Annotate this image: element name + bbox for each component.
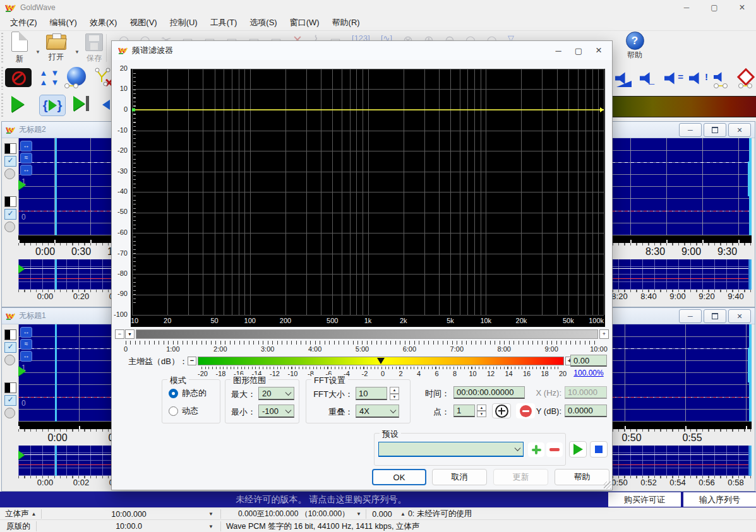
dialog-help-button[interactable]: 帮助 <box>555 469 609 485</box>
channel1-checkbox[interactable]: ✓ <box>4 156 16 167</box>
filter-graph[interactable]: 1020501002005001k2k5k10k20k50k100k <box>131 69 605 327</box>
menu-item[interactable]: 效果(X) <box>83 15 123 30</box>
new-dropdown-icon[interactable]: ▼ <box>35 49 40 55</box>
prohibit-button[interactable] <box>5 68 32 87</box>
channel0-checkbox[interactable]: ✓ <box>4 395 16 406</box>
status-position[interactable]: 0.000 <box>366 508 398 520</box>
preview-play-button[interactable] <box>569 441 587 458</box>
preset-combobox[interactable] <box>378 442 524 457</box>
speaker-corner-button[interactable]: ∟ <box>640 71 657 87</box>
menu-item[interactable]: 编辑(Y) <box>44 15 83 30</box>
range-min-combobox[interactable]: -100 <box>258 405 294 418</box>
menu-item[interactable]: 工具(T) <box>204 15 244 30</box>
preset-add-button[interactable] <box>528 442 544 457</box>
hstretch-handle-icon[interactable]: ↔ <box>20 141 32 151</box>
app-maximize-button[interactable]: ▢ <box>700 0 728 15</box>
dropdown-icon[interactable]: ▼ <box>208 511 213 517</box>
status-original[interactable]: 原版的 <box>0 520 37 532</box>
help-button[interactable]: ? 帮助 <box>620 32 649 64</box>
menu-item[interactable]: 文件(Z) <box>4 15 44 30</box>
channel0-radio[interactable] <box>4 222 15 232</box>
selection-start-marker[interactable] <box>55 324 57 422</box>
selection-handles[interactable]: ↔ ≈ ↔ <box>20 327 32 362</box>
gain-slider[interactable] <box>198 357 564 365</box>
dialog-close-button[interactable]: × <box>589 44 608 57</box>
y-db-field[interactable]: 0.0000 <box>565 405 607 417</box>
scrollbar-thumb[interactable] <box>136 329 598 339</box>
channel1-radio[interactable] <box>4 168 15 179</box>
time-field[interactable]: 00:00:00.00000 <box>453 386 525 399</box>
dialog-maximize-button[interactable]: ▢ <box>569 44 588 57</box>
new-button[interactable]: 新 <box>5 32 34 66</box>
channel0-checkbox[interactable]: ✓ <box>4 209 16 220</box>
buy-license-button[interactable]: 购买许可证 <box>608 492 681 507</box>
dropdown-icon[interactable]: ▼ <box>208 524 213 529</box>
channel1-checkbox[interactable]: ✓ <box>4 342 16 353</box>
ok-button[interactable]: OK <box>372 469 426 485</box>
cancel-button[interactable]: 取消 <box>432 469 487 485</box>
selection-start-marker[interactable] <box>55 138 57 235</box>
adjust-updown-button[interactable]: ▲▼▲▼ <box>37 68 62 87</box>
zoom-out-button[interactable]: − <box>115 329 124 339</box>
play-to-end-button[interactable] <box>73 96 89 111</box>
save-button[interactable]: 保存 <box>80 32 109 66</box>
resize-grip[interactable] <box>604 482 611 489</box>
mode-dynamic-radio[interactable]: 动态 <box>169 405 198 417</box>
point-spinner[interactable]: ▲▼ <box>477 405 486 417</box>
menu-item[interactable]: 控制(U) <box>164 15 204 30</box>
menu-item[interactable]: 帮助(R) <box>326 15 366 30</box>
gain-percent-link[interactable]: 100.00% <box>570 369 607 377</box>
gain-slider-thumb-icon[interactable] <box>377 358 385 364</box>
wave-handle-icon[interactable]: ≈ <box>20 153 32 163</box>
open-dropdown-icon[interactable]: ▼ <box>75 49 80 55</box>
app-minimize-button[interactable]: ─ <box>673 0 700 15</box>
contrast-icon[interactable] <box>4 196 16 207</box>
window-minimize-button[interactable]: ─ <box>679 309 702 323</box>
play-button[interactable] <box>11 96 24 112</box>
fft-size-field[interactable]: 10 <box>356 387 387 400</box>
filter-plot-area[interactable] <box>132 69 604 315</box>
menu-item[interactable]: 视图(V) <box>123 15 163 30</box>
menu-item[interactable]: 窗口(W) <box>284 15 326 30</box>
fft-size-spinner[interactable]: ▲▼ <box>390 387 399 400</box>
pan-shape-button[interactable] <box>738 71 756 87</box>
window-close-button[interactable]: × <box>728 123 751 137</box>
add-point-button[interactable] <box>492 403 511 418</box>
open-button[interactable]: 打开 <box>42 32 71 66</box>
window-restore-button[interactable] <box>704 309 726 323</box>
status-selection[interactable]: 0.000至10:00.000 （10:00.000） ▼ <box>221 508 366 520</box>
range-max-combobox[interactable]: 20 <box>258 387 294 400</box>
dropdown-icon[interactable]: ▼ <box>356 511 361 517</box>
speaker-equal-button[interactable]: = <box>664 71 682 87</box>
wave-handle-icon[interactable]: ≈ <box>20 339 32 350</box>
speaker-shape-button[interactable] <box>714 71 731 87</box>
point-field[interactable]: 1 <box>453 405 475 417</box>
playback-marker-icon[interactable] <box>18 366 26 376</box>
hstretch-handle-icon[interactable]: ↔ <box>20 351 32 362</box>
contrast-icon[interactable] <box>4 143 16 154</box>
fft-overlap-combobox[interactable]: 4X <box>356 405 399 418</box>
channel0-radio[interactable] <box>4 408 15 418</box>
window-close-button[interactable]: × <box>728 309 751 323</box>
window-restore-button[interactable] <box>704 123 726 137</box>
menu-item[interactable]: 选项(S) <box>243 15 283 30</box>
contrast-icon[interactable] <box>4 382 16 393</box>
filter-response-curve[interactable] <box>132 69 604 315</box>
window-minimize-button[interactable]: ─ <box>679 123 702 137</box>
preset-delete-button[interactable] <box>546 442 563 457</box>
scrollbar-dropdown-button[interactable]: ▼ <box>125 329 135 339</box>
hstretch-handle-icon[interactable]: ↔ <box>20 165 32 175</box>
playback-marker-icon[interactable] <box>18 180 26 190</box>
play-selection-button[interactable]: {} <box>39 95 66 116</box>
rewind-button[interactable] <box>102 100 110 110</box>
status-length2[interactable]: 10:00.0 ▼ <box>37 520 221 532</box>
mode-static-radio[interactable]: 静态的 <box>169 387 207 399</box>
channel1-radio[interactable] <box>4 355 15 365</box>
gain-minus-button[interactable]: − <box>188 357 196 365</box>
hstretch-handle-icon[interactable]: ↔ <box>20 327 32 338</box>
license-banner-text[interactable]: 未经许可的版本。 请点击这里购买序列号。 <box>152 494 491 505</box>
selection-handles[interactable]: ↔ ≈ ↔ <box>20 141 32 175</box>
status-length[interactable]: 10:00.000 ▼ <box>37 508 221 520</box>
zoom-in-button[interactable]: + <box>599 329 609 339</box>
status-channel[interactable]: 立体声▲ <box>0 508 42 520</box>
